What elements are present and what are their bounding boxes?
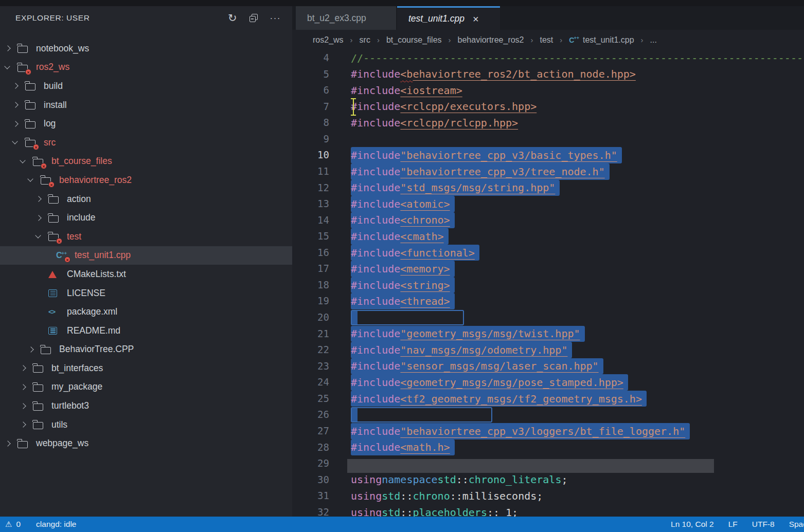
tree-item-LICENSE[interactable]: LICENSE xyxy=(0,284,292,303)
tree-item-CMakeLists.txt[interactable]: CMakeLists.txt xyxy=(0,265,292,284)
vscode-window: EXPLORER: USER ↻ ··· notebook_ws×ros2_ws… xyxy=(0,0,804,532)
line-number: 5 xyxy=(292,66,329,83)
code-line-15[interactable]: 15#include <cmath> xyxy=(292,228,804,245)
code-line-30[interactable]: 30using namespace std::chrono_literals; xyxy=(292,472,804,488)
code-line-24[interactable]: 24#include <geometry_msgs/msg/pose_stamp… xyxy=(292,374,804,391)
breadcrumb-item-ros2_ws[interactable]: ros2_ws xyxy=(313,35,344,45)
breadcrumb-item-bt_course_files[interactable]: bt_course_files xyxy=(386,35,442,45)
tree-item-install[interactable]: install xyxy=(0,96,292,115)
status-eol-sequence[interactable]: LF xyxy=(728,520,738,529)
code-line-27[interactable]: 27#include "behaviortree_cpp_v3/loggers/… xyxy=(292,423,804,439)
refresh-icon[interactable]: ↻ xyxy=(228,13,237,24)
tree-item-my_package[interactable]: my_package xyxy=(0,378,292,397)
tree-item-build[interactable]: build xyxy=(0,77,292,96)
selection-highlight: #include <string> xyxy=(351,277,455,293)
status-cursor-position[interactable]: Ln 10, Col 2 xyxy=(671,520,714,529)
tree-item-utils[interactable]: utils xyxy=(0,415,292,434)
code-line-13[interactable]: 13#include <atomic> xyxy=(292,196,804,212)
breadcrumb-file-label: test_unit1.cpp xyxy=(583,35,634,45)
code-line-32[interactable]: 32using std::placeholders::_1; xyxy=(292,504,804,517)
folder-icon xyxy=(48,196,59,204)
code-line-12[interactable]: 12#include "std_msgs/msg/string.hpp" xyxy=(292,180,804,196)
code-line-16[interactable]: 16#include <functional> xyxy=(292,245,804,261)
code-line-8[interactable]: 8#include <rclcpp/rclcpp.hpp> xyxy=(292,115,804,131)
tree-item-src[interactable]: ×src xyxy=(0,133,292,152)
code-line-19[interactable]: 19#include <thread> xyxy=(292,293,804,309)
tree-item-BehaviorTree.CPP[interactable]: BehaviorTree.CPP xyxy=(0,340,292,359)
chevron-right-icon xyxy=(28,347,41,352)
tree-item-bt_interfaces[interactable]: bt_interfaces xyxy=(0,359,292,378)
tree-item-turtlebot3[interactable]: turtlebot3 xyxy=(0,396,292,415)
tree-item-label: notebook_ws xyxy=(36,43,89,54)
tree-item-test[interactable]: ×test xyxy=(0,227,292,246)
tab-test_unit1[interactable]: test_unit1.cpp × xyxy=(397,6,500,30)
warning-count[interactable]: 0 xyxy=(16,520,21,529)
tree-item-test_unit1.cpp[interactable]: C++×test_unit1.cpp xyxy=(0,246,292,265)
code-line-20[interactable]: 20 xyxy=(292,309,804,326)
tree-item-label: include xyxy=(67,212,95,223)
tab-bt_u2_ex3[interactable]: bt_u2_ex3.cpp xyxy=(296,6,396,30)
code-line-22[interactable]: 22#include "nav_msgs/msg/odometry.hpp" xyxy=(292,342,804,358)
code-line-9[interactable]: 9 xyxy=(292,131,804,148)
line-number: 8 xyxy=(292,115,329,131)
chevron-right-icon xyxy=(21,366,33,370)
tab-label: test_unit1.cpp xyxy=(408,13,464,24)
code-line-content: #include "geometry_msgs/msg/twist.hpp" xyxy=(351,326,804,342)
breadcrumb-item-behaviortree_ros2[interactable]: behaviortree_ros2 xyxy=(458,35,524,45)
code-area[interactable]: 4//-------------------------------------… xyxy=(292,50,804,517)
code-line-23[interactable]: 23#include "sensor_msgs/msg/laser_scan.h… xyxy=(292,358,804,375)
editor-group: bt_u2_ex3.cpp test_unit1.cpp × ros2_ws›s… xyxy=(292,6,804,517)
line-number: 11 xyxy=(292,163,329,180)
code-line-content xyxy=(351,309,804,326)
close-icon[interactable]: × xyxy=(473,14,479,24)
language-server-status[interactable]: clangd: idle xyxy=(36,520,76,529)
selection-highlight: #include "std_msgs/msg/string.hpp" xyxy=(351,180,560,196)
chevron-right-icon xyxy=(13,103,25,107)
line-number: 4 xyxy=(292,50,329,66)
code-line-10[interactable]: 10#include "behaviortree_cpp_v3/basic_ty… xyxy=(292,147,804,163)
code-line-28[interactable]: 28#include <math.h> xyxy=(292,439,804,456)
code-line-5[interactable]: 5#include <behaviortree_ros2/bt_action_n… xyxy=(292,66,804,83)
tree-item-notebook_ws[interactable]: notebook_ws xyxy=(0,39,292,58)
code-line-11[interactable]: 11#include "behaviortree_cpp_v3/tree_nod… xyxy=(292,163,804,180)
tree-item-behaviortree_ros2[interactable]: ×behaviortree_ros2 xyxy=(0,171,292,190)
code-line-4[interactable]: 4//-------------------------------------… xyxy=(292,50,804,66)
explorer-header: EXPLORER: USER ↻ ··· xyxy=(0,6,292,30)
line-number: 9 xyxy=(292,131,329,148)
code-line-25[interactable]: 25#include <tf2_geometry_msgs/tf2_geomet… xyxy=(292,391,804,407)
code-line-21[interactable]: 21#include "geometry_msgs/msg/twist.hpp" xyxy=(292,326,804,342)
code-line-26[interactable]: 26 xyxy=(292,407,804,423)
selection-highlight: #include "behaviortree_cpp_v3/tree_node.… xyxy=(351,163,610,180)
collapse-folders-icon[interactable] xyxy=(249,14,258,22)
code-line-6[interactable]: 6#include <iostream> xyxy=(292,82,804,99)
line-number: 31 xyxy=(292,488,329,504)
tree-item-README.md[interactable]: README.md xyxy=(0,321,292,340)
horizontal-scrollbar[interactable] xyxy=(347,459,714,473)
code-line-7[interactable]: 7#include <rclcpp/executors.hpp> xyxy=(292,99,804,115)
chevron-down-icon xyxy=(21,160,33,162)
status-indentation[interactable]: Spac xyxy=(789,520,804,529)
code-line-content: #include <tf2_geometry_msgs/tf2_geometry… xyxy=(351,391,804,407)
breadcrumb-item-test[interactable]: test xyxy=(540,35,553,45)
tree-item-bt_course_files[interactable]: ×bt_course_files xyxy=(0,152,292,171)
code-line-14[interactable]: 14#include <chrono> xyxy=(292,212,804,229)
tree-item-log[interactable]: log xyxy=(0,114,292,133)
tree-item-webpage_ws[interactable]: webpage_ws xyxy=(0,434,292,453)
breadcrumb-item-file[interactable]: C++test_unit1.cpp xyxy=(569,35,634,45)
status-encoding[interactable]: UTF-8 xyxy=(752,520,775,529)
breadcrumb-separator-icon: › xyxy=(531,35,533,44)
breadcrumb-overflow[interactable]: ... xyxy=(650,35,657,45)
more-actions-icon[interactable]: ··· xyxy=(270,14,281,23)
breadcrumb-item-src[interactable]: src xyxy=(360,35,370,45)
tree-item-include[interactable]: include xyxy=(0,208,292,227)
code-line-31[interactable]: 31using std::chrono::milliseconds; xyxy=(292,488,804,504)
cmake-file-icon xyxy=(48,271,57,278)
code-line-18[interactable]: 18#include <string> xyxy=(292,277,804,293)
warning-icon[interactable]: ⚠ xyxy=(5,520,12,529)
breadcrumb-separator-icon: › xyxy=(641,35,644,44)
tree-item-package.xml[interactable]: <>package.xml xyxy=(0,302,292,321)
tree-item-ros2_ws[interactable]: ×ros2_ws xyxy=(0,58,292,77)
chevron-right-icon xyxy=(36,197,48,201)
tree-item-action[interactable]: action xyxy=(0,190,292,209)
code-line-17[interactable]: 17#include <memory> xyxy=(292,261,804,277)
